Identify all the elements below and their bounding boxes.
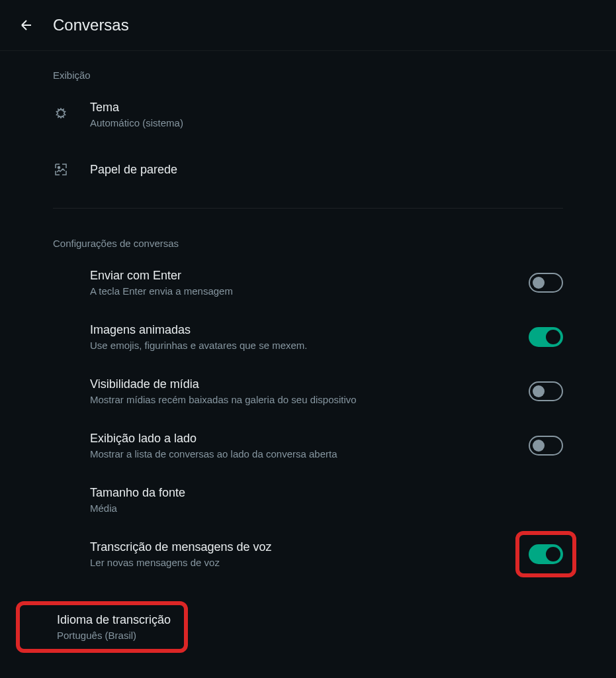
- setting-enter-send-title: Enviar com Enter: [90, 269, 529, 283]
- toggle-knob: [533, 385, 545, 397]
- section-label-display: Exibição: [53, 51, 563, 87]
- setting-enter-send-subtitle: A tecla Enter envia a mensagem: [90, 285, 529, 297]
- setting-wallpaper-title: Papel de parede: [90, 163, 563, 177]
- setting-transcription-language-subtitle: Português (Brasil): [57, 630, 171, 641]
- setting-side-by-side-subtitle: Mostrar a lista de conversas ao lado da …: [90, 448, 529, 460]
- setting-theme-subtitle: Automático (sistema): [90, 117, 563, 128]
- setting-enter-send-text: Enviar com Enter A tecla Enter envia a m…: [90, 269, 529, 297]
- setting-voice-transcription[interactable]: Transcrição de mensagens de voz Ler nova…: [53, 527, 563, 581]
- toggle-media-visibility[interactable]: [529, 381, 563, 401]
- highlight-box-language: Idioma de transcrição Português (Brasil): [16, 601, 188, 653]
- setting-transcription-language-text: Idioma de transcrição Português (Brasil): [57, 613, 171, 641]
- toggle-voice-transcription[interactable]: [529, 544, 563, 564]
- setting-theme[interactable]: Tema Automático (sistema): [53, 87, 563, 142]
- page-title: Conversas: [53, 16, 129, 34]
- toggle-side-by-side[interactable]: [529, 436, 563, 456]
- toggle-knob: [533, 277, 545, 289]
- setting-animated-images-text: Imagens animadas Use emojis, figurinhas …: [90, 323, 529, 351]
- back-arrow-icon[interactable]: [19, 17, 34, 33]
- section-label-chat-settings: Configurações de conversas: [53, 219, 563, 256]
- setting-theme-title: Tema: [90, 101, 563, 115]
- setting-font-size-title: Tamanho da fonte: [90, 486, 563, 500]
- setting-media-visibility[interactable]: Visibilidade de mídia Mostrar mídias rec…: [53, 364, 563, 418]
- setting-wallpaper[interactable]: Papel de parede: [53, 142, 563, 197]
- toggle-knob: [546, 330, 560, 344]
- wallpaper-icon: [53, 162, 69, 177]
- theme-icon: [53, 107, 69, 122]
- setting-animated-images-subtitle: Use emojis, figurinhas e avatares que se…: [90, 340, 529, 351]
- settings-header: Conversas: [0, 0, 616, 51]
- setting-side-by-side-title: Exibição lado a lado: [90, 432, 529, 446]
- setting-transcription-language-title: Idioma de transcrição: [57, 613, 171, 627]
- setting-enter-send[interactable]: Enviar com Enter A tecla Enter envia a m…: [53, 256, 563, 310]
- setting-media-visibility-subtitle: Mostrar mídias recém baixadas na galeria…: [90, 394, 529, 405]
- settings-content: Exibição Tema Automático (sistema) Papel…: [0, 51, 616, 666]
- setting-media-visibility-title: Visibilidade de mídia: [90, 377, 529, 391]
- setting-side-by-side-text: Exibição lado a lado Mostrar a lista de …: [90, 432, 529, 460]
- setting-theme-text: Tema Automático (sistema): [90, 101, 563, 128]
- setting-font-size-subtitle: Média: [90, 503, 563, 514]
- toggle-enter-send[interactable]: [529, 273, 563, 293]
- setting-font-size[interactable]: Tamanho da fonte Média: [53, 473, 563, 527]
- setting-wallpaper-text: Papel de parede: [90, 163, 563, 177]
- toggle-knob: [533, 440, 545, 452]
- section-divider: [53, 208, 563, 209]
- highlight-box-toggle: [515, 531, 576, 577]
- setting-voice-transcription-subtitle: Ler novas mensagens de voz: [90, 557, 563, 568]
- svg-point-0: [58, 167, 60, 169]
- setting-voice-transcription-title: Transcrição de mensagens de voz: [90, 540, 563, 554]
- setting-side-by-side[interactable]: Exibição lado a lado Mostrar a lista de …: [53, 418, 563, 473]
- setting-media-visibility-text: Visibilidade de mídia Mostrar mídias rec…: [90, 377, 529, 405]
- setting-animated-images[interactable]: Imagens animadas Use emojis, figurinhas …: [53, 310, 563, 364]
- setting-voice-transcription-text: Transcrição de mensagens de voz Ler nova…: [90, 540, 563, 568]
- setting-animated-images-title: Imagens animadas: [90, 323, 529, 337]
- toggle-knob: [546, 547, 560, 561]
- setting-font-size-text: Tamanho da fonte Média: [90, 486, 563, 514]
- toggle-animated-images[interactable]: [529, 327, 563, 347]
- setting-transcription-language[interactable]: Idioma de transcrição Português (Brasil): [53, 581, 563, 666]
